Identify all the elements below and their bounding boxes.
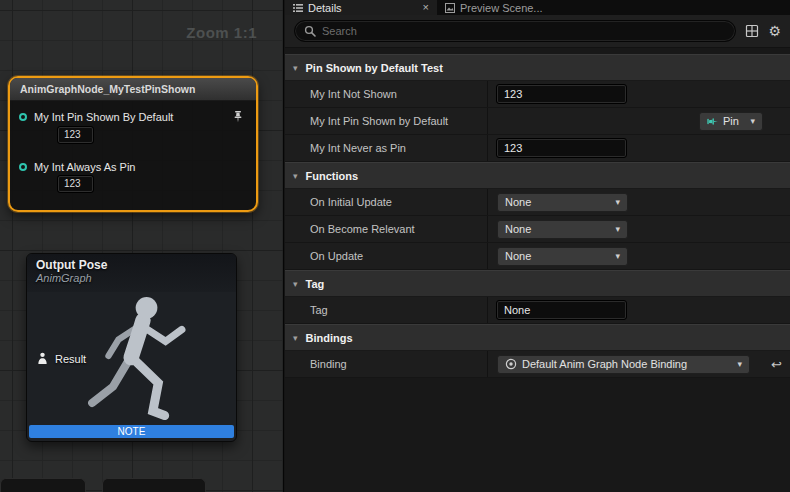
chevron-down-icon: ▾ [615,251,620,261]
tab-preview-scene[interactable]: Preview Scene... [437,0,557,15]
property-label: On Initial Update [285,189,488,215]
node-title: Output Pose [36,258,236,272]
pin-value-field[interactable]: 123 [58,176,93,192]
chevron-down-icon[interactable]: ▾ [293,63,298,73]
category-title: Tag [306,278,325,290]
property-label: My Int Not Shown [285,81,488,107]
pin-row: My Int Always As Pin [19,161,135,173]
result-pin-row: Result [37,352,86,365]
tab-details[interactable]: Details × [285,0,437,15]
category-header-bindings[interactable]: ▾ Bindings [285,324,790,351]
pin-dropdown-button[interactable]: Pin ▾ [699,112,763,131]
dropdown-value: None [505,223,531,235]
category-title: Bindings [306,332,353,344]
pin-icon [707,116,718,127]
node-subtitle: AnimGraph [36,272,236,284]
pin-label: My Int Always As Pin [34,161,135,173]
unreal-anim-blueprint-editor: Zoom 1:1 AnimGraphNode_MyTestPinShown My… [0,0,790,492]
int-value-field[interactable] [497,85,626,103]
graph-node-output-pose[interactable]: Output Pose AnimGraph Result NOTE [26,253,237,442]
tab-bar: Details × Preview Scene... [285,0,790,15]
property-row-on-update: On Update None ▾ [285,243,790,270]
anim-graph-canvas[interactable]: Zoom 1:1 AnimGraphNode_MyTestPinShown My… [0,0,284,492]
category-title: Pin Shown by Default Test [306,62,443,74]
property-row-my-int-not-shown: My Int Not Shown [285,81,790,108]
property-label: My Int Pin Shown by Default [285,108,488,134]
category-header-functions[interactable]: ▾ Functions [285,162,790,189]
reset-to-default-icon[interactable]: ↩ [771,357,782,372]
search-box[interactable] [294,20,736,42]
property-label: Binding [285,351,488,377]
node-title[interactable]: AnimGraphNode_MyTestPinShown [10,78,256,101]
tab-label: Preview Scene... [460,2,543,14]
dropdown-value: None [505,250,531,262]
zoom-indicator: Zoom 1:1 [186,24,257,41]
property-label: Tag [285,297,488,323]
close-icon[interactable]: × [423,2,429,13]
chevron-down-icon: ▾ [615,197,620,207]
chevron-down-icon: ▾ [615,224,620,234]
property-label: My Int Never as Pin [285,135,488,161]
partial-node[interactable] [0,478,86,492]
binding-dropdown[interactable]: Default Anim Graph Node Binding ▾ [497,355,750,374]
category-title: Functions [306,170,359,182]
pin-dropdown-value: Pin [723,115,739,127]
panel-empty-area [285,378,790,492]
preview-scene-tab-icon [445,3,455,13]
tag-value-field[interactable] [497,301,626,319]
graph-node-selected[interactable]: AnimGraphNode_MyTestPinShown My Int Pin … [8,76,258,212]
result-pin-label: Result [55,353,86,365]
search-row: ⚙ [285,15,790,48]
tab-label: Details [308,2,342,14]
display-filter-icon[interactable] [745,24,759,38]
int-pin-icon[interactable] [19,163,27,171]
int-pin-icon[interactable] [19,113,27,121]
details-panel: Details × Preview Scene... ⚙ [285,0,790,492]
category-header-tag[interactable]: ▾ Tag [285,270,790,297]
pin-row: My Int Pin Shown By Default [19,111,173,123]
search-input[interactable] [322,25,726,37]
property-row-my-int-never-as-pin: My Int Never as Pin [285,135,790,162]
function-dropdown[interactable]: None ▾ [497,193,628,212]
function-dropdown[interactable]: None ▾ [497,247,628,266]
int-value-field[interactable] [497,139,626,157]
gear-icon[interactable]: ⚙ [768,24,781,38]
note-badge[interactable]: NOTE [29,425,234,438]
chevron-down-icon: ▾ [737,359,742,369]
property-row-on-become-relevant: On Become Relevant None ▾ [285,216,790,243]
property-label: On Update [285,243,488,269]
category-header-pin-shown[interactable]: ▾ Pin Shown by Default Test [285,54,790,81]
chevron-down-icon[interactable]: ▾ [293,333,298,343]
details-tab-icon [293,3,303,13]
property-row-on-initial-update: On Initial Update None ▾ [285,189,790,216]
chevron-down-icon[interactable]: ▾ [293,171,298,181]
binding-icon [505,358,517,370]
thumbtack-icon[interactable] [232,110,244,123]
property-row-binding: Binding Default Anim Graph Node Binding … [285,351,790,378]
dropdown-value: Default Anim Graph Node Binding [522,358,687,370]
pin-value-field[interactable]: 123 [58,127,93,143]
chevron-down-icon[interactable]: ▾ [293,279,298,289]
function-dropdown[interactable]: None ▾ [497,220,628,239]
pin-label: My Int Pin Shown By Default [34,111,173,123]
property-row-my-int-pin-shown-by-default: My Int Pin Shown by Default Pin ▾ [285,108,790,135]
property-label: On Become Relevant [285,216,488,242]
pose-pin-icon[interactable] [37,352,48,365]
partial-node[interactable] [102,478,206,492]
node-header[interactable]: Output Pose AnimGraph [27,254,236,292]
property-row-tag: Tag [285,297,790,324]
search-icon [304,25,316,37]
dropdown-value: None [505,196,531,208]
chevron-down-icon: ▾ [750,116,755,126]
